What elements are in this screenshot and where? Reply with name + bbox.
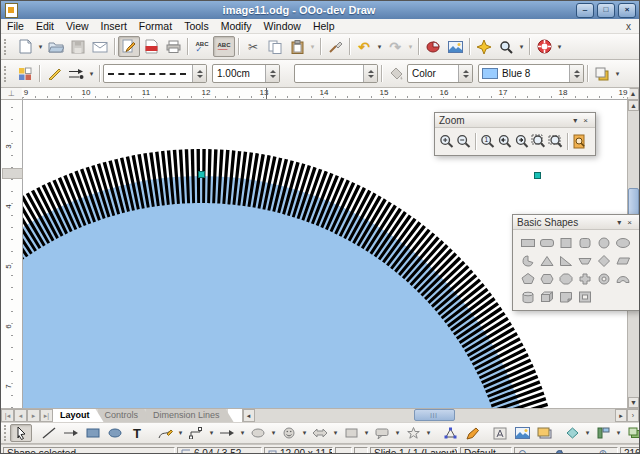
new-dropdown-icon[interactable]: ▾ [36,43,45,51]
tab-controls[interactable]: Controls [98,409,153,422]
area-button[interactable] [385,63,407,84]
line-width-spinner[interactable] [265,65,279,82]
rectangle-tool-button[interactable] [82,424,104,442]
selection-handle[interactable] [198,171,205,178]
toolbar-options-icon[interactable]: ▾ [555,43,564,51]
palette-close-icon[interactable]: × [624,218,635,227]
print-button[interactable] [162,36,184,57]
text-tool-button[interactable]: T [126,424,148,442]
zoom-dropdown-icon[interactable]: ▾ [517,43,526,51]
line-width-input[interactable]: 1.00cm [212,64,280,83]
scroll-right-arrow-icon[interactable]: ▸ [615,409,627,422]
toolbar-grip[interactable] [4,39,10,55]
tab-layout[interactable]: Layout [53,409,104,422]
shape-regular-pentagon[interactable] [518,270,537,288]
undo-button[interactable]: ↶ [353,36,375,57]
fill-color-select[interactable]: Blue 8 [478,64,584,83]
help-button[interactable] [533,36,555,57]
block-arrows-dropdown-icon[interactable]: ▾ [331,429,340,437]
menu-format[interactable]: Format [133,20,178,32]
page-style[interactable]: Default [460,447,512,454]
ellipse-tool-button[interactable] [104,424,126,442]
horizontal-scrollbar[interactable]: ||| [255,409,615,422]
palette-menu-icon[interactable]: ▾ [570,116,580,125]
select-tool-button[interactable] [10,424,32,442]
stars-dropdown-icon[interactable]: ▾ [424,429,433,437]
menu-help[interactable]: Help [307,20,341,32]
scroll-up-arrow-icon[interactable]: ▲ [628,100,639,111]
format-paintbrush-button[interactable] [324,36,346,57]
autospellcheck-button[interactable]: ABC~~~ [213,36,235,57]
edit-points-button[interactable] [439,424,461,442]
fill-color-spinner[interactable] [569,65,583,82]
zoom-out-button[interactable] [455,133,472,151]
glue-points-button[interactable] [461,424,483,442]
zoom-in-button[interactable] [438,133,455,151]
insert-image-button[interactable] [444,36,466,57]
menu-insert[interactable]: Insert [95,20,133,32]
line-dialog-button[interactable] [43,63,65,84]
flowchart-dropdown-icon[interactable]: ▾ [362,429,371,437]
first-tab-button[interactable]: |◂ [1,409,14,422]
flowchart-button[interactable] [340,424,362,442]
page-width-button[interactable] [547,133,564,151]
palette-close-icon[interactable]: × [580,116,591,125]
zoom-slider-thumb[interactable] [556,450,563,454]
shape-cube[interactable] [537,288,556,306]
paste-button[interactable] [286,36,308,57]
maximize-button[interactable]: □ [597,3,615,18]
save-button[interactable] [67,36,89,57]
shape-parallelogram[interactable] [613,252,632,270]
spellcheck-button[interactable]: ABC✓ [191,36,213,57]
line-color-select[interactable] [294,64,378,83]
menu-window[interactable]: Window [258,20,307,32]
entire-page-button[interactable] [530,133,547,151]
curve-dropdown-icon[interactable]: ▾ [176,429,185,437]
shape-diamond[interactable] [594,252,613,270]
tab-dimension-lines[interactable]: Dimension Lines [146,409,234,422]
area-style-spinner[interactable] [458,65,472,82]
zoom-in-icon[interactable]: ⊕ [598,448,606,454]
shape-folded-corner[interactable] [556,288,575,306]
shape-circle-pie[interactable] [518,252,537,270]
palette-menu-icon[interactable]: ▾ [614,218,624,227]
export-pdf-button[interactable] [140,36,162,57]
shape-rectangle[interactable] [518,234,537,252]
shape-circle[interactable] [594,234,613,252]
menu-view[interactable]: View [60,20,95,32]
callouts-dropdown-icon[interactable]: ▾ [393,429,402,437]
arrow-style-dropdown-icon[interactable]: ▾ [87,70,96,78]
shape-square[interactable] [556,234,575,252]
shape-ellipse[interactable] [613,234,632,252]
new-document-button[interactable] [14,36,36,57]
line-style-spinner[interactable] [192,65,206,82]
arrow-style-button[interactable] [65,63,87,84]
line-tool-button[interactable] [38,424,60,442]
shape-rounded-rectangle[interactable] [537,234,556,252]
alignment-button[interactable] [592,424,614,442]
shape-hexagon[interactable] [537,270,556,288]
zoom-slider-track[interactable] [529,449,595,454]
navigator-button[interactable] [473,36,495,57]
lines-arrows-button[interactable] [216,424,238,442]
minimize-button[interactable]: ‒ [576,3,594,18]
next-tab-button[interactable]: ▸ [27,409,40,422]
shape-octagon[interactable] [556,270,575,288]
symbol-shapes-button[interactable] [278,424,300,442]
close-button[interactable]: × [618,3,636,18]
shape-cross[interactable] [575,270,594,288]
shape-rounded-square[interactable] [575,234,594,252]
cut-button[interactable]: ✂ [242,36,264,57]
horizontal-scroll-thumb[interactable]: ||| [414,409,455,421]
ruler-corner[interactable]: ⊥ [1,88,23,100]
fontwork-gallery-button[interactable] [489,424,511,442]
line-style-select[interactable] [103,64,207,83]
basic-shapes-button[interactable] [247,424,269,442]
gallery-button[interactable] [533,424,555,442]
selection-handle[interactable] [534,172,541,179]
zoom-previous-button[interactable] [496,133,513,151]
extrusion-button[interactable] [561,424,583,442]
prev-tab-button[interactable]: ◂ [14,409,27,422]
copy-button[interactable] [264,36,286,57]
zoom-percentage[interactable]: 216% [620,447,640,454]
